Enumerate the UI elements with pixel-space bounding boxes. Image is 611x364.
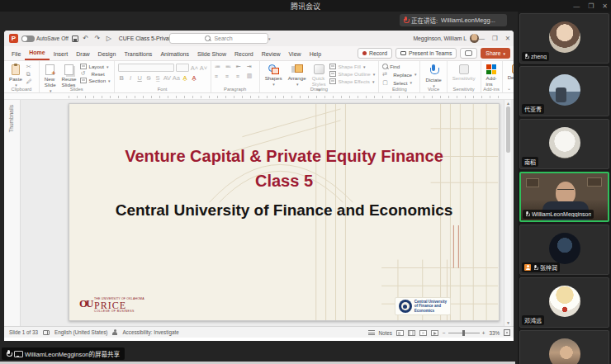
tab-insert[interactable]: Insert xyxy=(50,49,73,60)
tab-view[interactable]: View xyxy=(285,49,306,60)
tab-record[interactable]: Record xyxy=(230,49,258,60)
reuse-slides-button[interactable]: Reuse Slides xyxy=(60,64,78,88)
tab-help[interactable]: Help xyxy=(306,49,325,60)
notes-toggle[interactable]: Notes xyxy=(379,330,392,336)
zoom-slider[interactable] xyxy=(448,333,480,333)
zoom-level[interactable]: 33% xyxy=(489,330,500,336)
reading-view-button[interactable] xyxy=(419,330,427,336)
indent-decrease-icon[interactable]: ⇤ xyxy=(236,64,245,70)
slide-sorter-view-button[interactable] xyxy=(408,330,415,336)
bold-button[interactable]: B xyxy=(118,74,126,82)
tab-draw[interactable]: Draw xyxy=(72,49,93,60)
font-size-select[interactable] xyxy=(176,64,189,72)
toggle-icon[interactable] xyxy=(21,35,35,42)
find-button[interactable]: Find xyxy=(382,64,416,69)
replace-button[interactable]: ⇄ Replace xyxy=(382,71,416,78)
font-color-icon[interactable]: A̱ xyxy=(191,74,198,82)
normal-view-button[interactable] xyxy=(396,330,404,336)
addins-button[interactable]: Add-ins xyxy=(485,64,499,87)
tab-review[interactable]: Review xyxy=(258,49,285,60)
change-case-icon[interactable]: Aa xyxy=(173,74,180,82)
bullets-icon[interactable]: ≔ xyxy=(215,64,224,70)
account-area[interactable]: Megginson, William L xyxy=(413,31,479,46)
dictate-button[interactable]: Dictate xyxy=(424,64,443,89)
search-input[interactable]: Search xyxy=(169,33,268,44)
save-icon[interactable] xyxy=(72,35,78,42)
participant-tile-active-speaker[interactable]: WilliamLeonMegginson xyxy=(519,172,609,222)
participant-tile[interactable]: 邓鸿远 xyxy=(519,277,609,328)
character-spacing-icon[interactable]: AV xyxy=(163,74,171,82)
cut-icon[interactable]: ✂ xyxy=(26,64,36,70)
notes-icon[interactable] xyxy=(368,330,375,335)
autosave-toggle[interactable]: AutoSave Off xyxy=(21,35,69,42)
arrange-button[interactable]: Arrange xyxy=(287,64,308,87)
shape-effects-button[interactable]: Shape Effects xyxy=(329,78,375,84)
tab-transitions[interactable]: Transitions xyxy=(120,49,156,60)
zoom-in-icon[interactable]: + xyxy=(482,330,485,336)
thumbnails-pane[interactable]: Thumbnails xyxy=(4,100,21,326)
slide-canvas[interactable]: Venture Capital & Private Equity Finance… xyxy=(69,103,500,321)
numbering-icon[interactable]: ≕ xyxy=(225,64,234,70)
format-painter-icon[interactable]: 🖉 xyxy=(26,78,36,84)
slideshow-view-button[interactable] xyxy=(431,330,438,336)
close-icon[interactable]: ✕ xyxy=(505,35,510,42)
align-right-icon[interactable]: ≡ xyxy=(236,73,245,79)
align-left-icon[interactable]: ≡ xyxy=(215,73,224,79)
maximize-icon[interactable]: ❐ xyxy=(588,2,594,10)
tab-animations[interactable]: Animations xyxy=(156,49,193,60)
section-button[interactable]: Section xyxy=(80,78,110,83)
strikethrough-button[interactable]: S xyxy=(145,74,153,82)
italic-button[interactable]: I xyxy=(127,74,135,82)
decrease-font-icon[interactable]: A˅ xyxy=(200,64,207,72)
copy-icon[interactable]: ⧉ xyxy=(26,71,36,78)
indent-increase-icon[interactable]: ⇥ xyxy=(247,64,256,70)
participant-tile[interactable]: 南稻 xyxy=(519,119,609,169)
shapes-button[interactable]: Shapes xyxy=(263,64,284,87)
close-icon[interactable]: ✕ xyxy=(602,2,608,10)
text-shadow-icon[interactable]: S̲ xyxy=(154,74,162,82)
font-name-select[interactable] xyxy=(118,64,174,72)
spellcheck-icon[interactable] xyxy=(43,330,50,335)
shape-fill-button[interactable]: Shape Fill xyxy=(329,64,375,69)
record-button[interactable]: Record xyxy=(358,48,392,59)
fit-slide-icon[interactable] xyxy=(504,329,510,336)
underline-button[interactable]: U xyxy=(136,74,144,82)
sensitivity-button[interactable]: Sensitivity xyxy=(451,64,477,82)
scroll-down-icon[interactable]: ▼ xyxy=(505,320,511,325)
share-button[interactable]: Share ▾ xyxy=(481,48,510,59)
columns-icon[interactable]: ▥ xyxy=(247,73,256,79)
highlight-color-icon[interactable]: A̱ xyxy=(182,74,189,82)
shape-outline-button[interactable]: Shape Outline xyxy=(329,71,375,77)
accessibility-status[interactable]: Accessibility: Investigate xyxy=(122,329,178,335)
tab-slide-show[interactable]: Slide Show xyxy=(193,49,230,60)
designer-button[interactable]: Designer xyxy=(506,64,514,81)
language-status[interactable]: English (United States) xyxy=(54,329,107,335)
increase-font-icon[interactable]: A˄ xyxy=(191,64,198,72)
participant-tile[interactable]: zheng xyxy=(519,13,609,64)
align-center-icon[interactable]: ≡ xyxy=(225,73,234,79)
collapse-ribbon-icon[interactable]: ⌄ xyxy=(507,85,511,91)
participant-tile[interactable] xyxy=(519,330,609,364)
maximize-icon[interactable]: ❐ xyxy=(492,35,498,42)
reset-button[interactable]: ↺ Reset xyxy=(80,70,110,77)
redo-icon[interactable]: ↷ xyxy=(93,35,102,42)
zoom-out-icon[interactable]: − xyxy=(443,330,446,336)
tab-home[interactable]: Home xyxy=(25,47,49,60)
scroll-up-icon[interactable]: ▲ xyxy=(505,101,511,106)
select-button[interactable]: ▢ Select xyxy=(382,79,416,86)
comments-button[interactable] xyxy=(460,48,477,59)
participant-tile[interactable]: 代亚青 xyxy=(519,66,609,116)
vertical-scrollbar[interactable]: ▲ ▼ xyxy=(504,100,511,326)
minimize-icon[interactable]: — xyxy=(478,35,485,42)
participant-tile[interactable]: 张梓润 xyxy=(519,225,609,275)
tab-design[interactable]: Design xyxy=(94,49,121,60)
scrollbar-thumb[interactable] xyxy=(506,106,510,153)
present-in-teams-button[interactable]: Present in Teams xyxy=(395,48,457,59)
undo-icon[interactable]: ↶ xyxy=(82,35,90,42)
minimize-icon[interactable]: — xyxy=(573,2,580,10)
paste-button[interactable]: Paste xyxy=(7,64,24,88)
slideshow-icon[interactable]: ▷ xyxy=(105,35,113,42)
account-avatar[interactable] xyxy=(470,34,479,43)
layout-button[interactable]: Layout xyxy=(80,64,110,69)
tab-file[interactable]: File xyxy=(7,49,25,60)
